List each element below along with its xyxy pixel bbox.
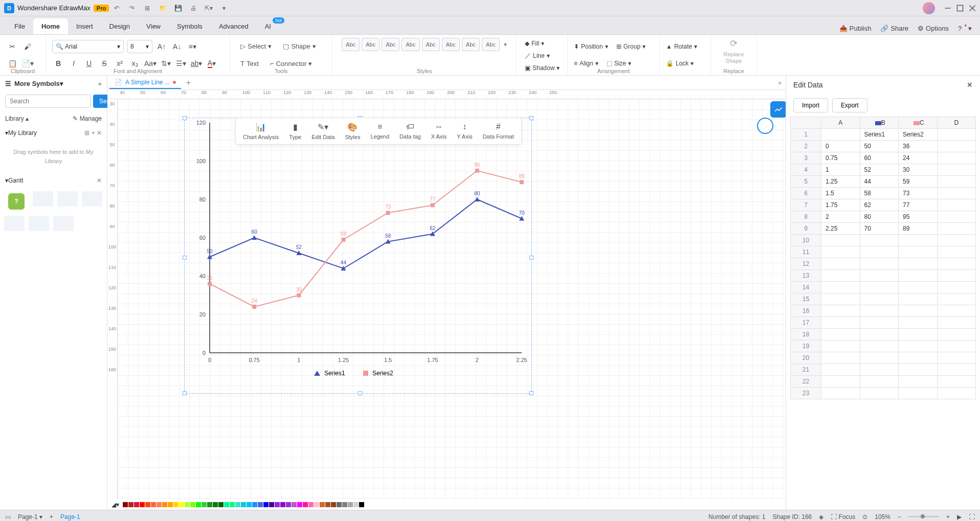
- color-swatch[interactable]: [337, 502, 342, 507]
- menu-symbols[interactable]: Symbols: [169, 18, 211, 34]
- page-layout-icon[interactable]: ▭: [5, 513, 11, 520]
- gantt-shape[interactable]: [4, 216, 25, 231]
- color-swatch[interactable]: [207, 502, 212, 507]
- gantt-section[interactable]: ▾ Gantt✕: [0, 174, 107, 187]
- color-swatch[interactable]: [235, 502, 240, 507]
- chart-tool-type[interactable]: ▮Type: [284, 120, 306, 142]
- color-swatch[interactable]: [224, 502, 229, 507]
- more-icon[interactable]: ▾: [218, 3, 230, 14]
- color-swatch[interactable]: [286, 502, 291, 507]
- color-swatch[interactable]: [157, 502, 162, 507]
- chart-data-table[interactable]: ABCD1Series1Series220503630.756024415230…: [790, 117, 976, 399]
- align-text-icon[interactable]: ≡▾: [186, 40, 198, 53]
- style-swatch[interactable]: Abc: [402, 38, 419, 51]
- chart-tool-data-format[interactable]: #Data Format: [478, 120, 519, 142]
- size-button[interactable]: ⬚Size▾: [607, 58, 631, 69]
- color-swatch[interactable]: [218, 502, 224, 507]
- library-label[interactable]: Library ▴: [5, 115, 29, 122]
- decrease-font-icon[interactable]: A↓: [171, 40, 183, 53]
- format-painter-icon[interactable]: 🖌: [21, 40, 34, 53]
- page-tab[interactable]: Page-1: [60, 513, 80, 520]
- ai-float-icon[interactable]: [757, 118, 773, 134]
- cut-icon[interactable]: ✂: [6, 40, 18, 53]
- undo-icon[interactable]: ↶: [111, 3, 122, 14]
- color-swatch[interactable]: [128, 502, 133, 507]
- fullscreen-icon[interactable]: ⛶: [969, 513, 975, 520]
- style-swatch[interactable]: Abc: [382, 38, 399, 51]
- fit-icon[interactable]: ⊙: [862, 513, 867, 520]
- color-swatch[interactable]: [269, 502, 274, 507]
- new-icon[interactable]: ⊞: [142, 3, 153, 14]
- color-swatch[interactable]: [173, 502, 179, 507]
- color-swatch[interactable]: [297, 502, 302, 507]
- publish-button[interactable]: 📤Publish: [837, 22, 874, 34]
- color-swatch[interactable]: [331, 502, 336, 507]
- color-swatch[interactable]: [342, 502, 347, 507]
- replace-shape-button[interactable]: ⟳Replace Shape: [717, 38, 750, 64]
- chart-tool-data-tag[interactable]: 🏷Data tag: [394, 120, 426, 142]
- color-swatch[interactable]: [140, 502, 145, 507]
- lock-button[interactable]: 🔒Lock▾: [666, 58, 694, 69]
- menu-advanced[interactable]: Advanced: [211, 18, 257, 34]
- library-drop-zone[interactable]: Drag symbols here to add to My Library: [0, 140, 107, 174]
- color-swatch[interactable]: [162, 502, 167, 507]
- select-tool[interactable]: ▷Select▾: [236, 40, 276, 53]
- open-icon[interactable]: 📁: [157, 3, 168, 14]
- import-button[interactable]: Import: [793, 98, 828, 112]
- gantt-shape[interactable]: [53, 216, 74, 231]
- align-button[interactable]: ≡Align▾: [574, 58, 598, 69]
- layers-icon[interactable]: ◈: [819, 513, 823, 520]
- position-button[interactable]: ⬍Position▾: [574, 41, 608, 52]
- share-button[interactable]: 🔗Share: [878, 22, 910, 34]
- color-swatch[interactable]: [359, 502, 364, 507]
- focus-button[interactable]: ⛶ Focus: [831, 513, 855, 520]
- increase-font-icon[interactable]: A↑: [155, 40, 168, 53]
- collapse-panel-icon[interactable]: »: [778, 79, 782, 86]
- color-swatch[interactable]: [202, 502, 207, 507]
- color-swatch[interactable]: [190, 502, 195, 507]
- shape-tool[interactable]: ▢Shape▾: [279, 40, 320, 53]
- canvas[interactable]: 02040608010012000.7511.251.51.7522.25506…: [118, 99, 786, 500]
- color-swatch[interactable]: [314, 502, 319, 507]
- menu-home[interactable]: Home: [33, 18, 68, 34]
- gantt-shape[interactable]: [29, 216, 49, 231]
- fill-button[interactable]: ◆Fill▾: [525, 38, 559, 49]
- color-swatch[interactable]: [353, 502, 359, 507]
- color-swatch[interactable]: [179, 502, 184, 507]
- color-swatch[interactable]: [185, 502, 190, 507]
- help-button[interactable]: ?●▾: [956, 22, 974, 34]
- menu-ai[interactable]: AIhot: [257, 18, 279, 34]
- color-swatch[interactable]: [325, 502, 330, 507]
- chart-tool-y-axis[interactable]: ↕Y Axis: [452, 120, 477, 142]
- font-size-select[interactable]: 8▾: [127, 40, 152, 53]
- new-tab-button[interactable]: +: [186, 78, 191, 87]
- save-icon[interactable]: 💾: [172, 3, 184, 14]
- color-swatch[interactable]: [348, 502, 353, 507]
- line-chart[interactable]: 02040608010012000.7511.251.51.7522.25506…: [184, 118, 532, 394]
- color-swatch[interactable]: [275, 502, 280, 507]
- color-swatch[interactable]: [196, 502, 201, 507]
- color-swatch[interactable]: [280, 502, 285, 507]
- group-button[interactable]: ⊞Group▾: [616, 41, 645, 52]
- color-swatch[interactable]: [151, 502, 156, 507]
- style-swatch[interactable]: Abc: [362, 38, 380, 51]
- gantt-shape[interactable]: [57, 191, 78, 207]
- style-swatch[interactable]: Abc: [442, 38, 460, 51]
- color-swatch[interactable]: [263, 502, 269, 507]
- add-page-button[interactable]: +: [50, 513, 53, 520]
- zoom-out-button[interactable]: −: [898, 513, 901, 520]
- gantt-shape[interactable]: [82, 191, 102, 207]
- symbol-search-input[interactable]: [5, 95, 91, 108]
- zoom-slider[interactable]: [908, 516, 939, 517]
- rotate-button[interactable]: ▲Rotate▾: [666, 41, 697, 52]
- color-swatch[interactable]: [145, 502, 150, 507]
- manage-button[interactable]: ✎ Manage: [73, 115, 102, 122]
- export-icon[interactable]: ⇱▾: [203, 3, 214, 14]
- color-swatch[interactable]: [292, 502, 297, 507]
- export-button[interactable]: Export: [832, 98, 867, 112]
- color-swatch[interactable]: [134, 502, 139, 507]
- style-swatch[interactable]: Abc: [422, 38, 440, 51]
- user-avatar[interactable]: [923, 2, 935, 14]
- style-gallery[interactable]: AbcAbcAbcAbcAbcAbcAbcAbc▾: [339, 38, 510, 51]
- color-palette-bar[interactable]: ◢▾: [107, 500, 786, 510]
